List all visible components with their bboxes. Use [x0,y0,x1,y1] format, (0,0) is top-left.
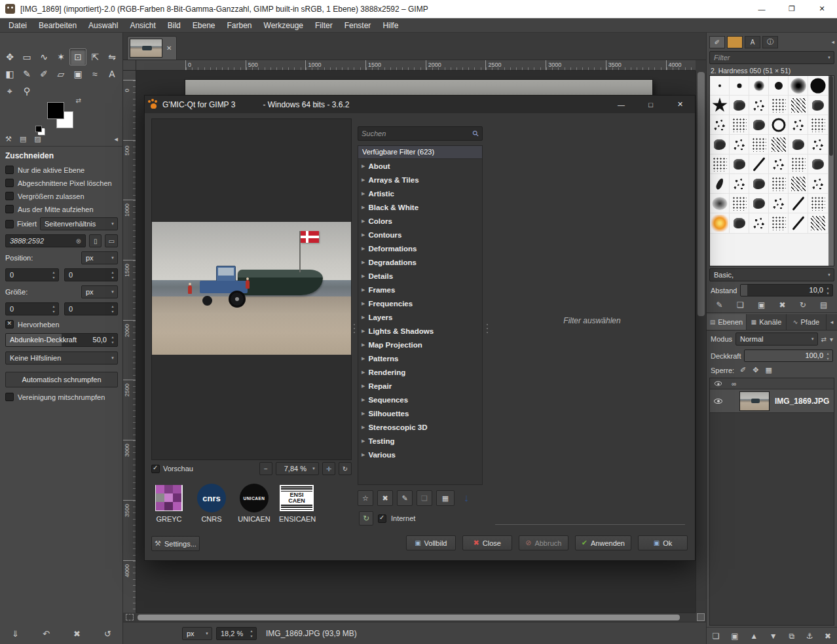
checkbox[interactable] [5,205,14,213]
horizontal-scrollbar[interactable] [136,613,696,622]
brush-thumbnail[interactable] [789,115,808,135]
delete-options-icon[interactable]: ✖ [73,629,81,639]
tool-options-tab-icon[interactable]: ⚒ [5,135,12,143]
brush-thumbnail[interactable] [749,213,769,233]
brush-thumbnail[interactable] [730,154,749,174]
ok-button[interactable]: ▣ Ok [638,535,688,550]
expand-arrow-icon[interactable]: ▶ [362,356,365,361]
filter-category-row[interactable]: ▶ Black & White [358,200,482,214]
size-width-spinner[interactable]: 0 [5,302,59,315]
brush-thumbnail[interactable] [730,213,749,233]
brush-scrollbar-thumb[interactable] [829,76,833,156]
expand-arrow-icon[interactable]: ▶ [362,397,365,402]
filter-category-row[interactable]: ▶ Colors [358,214,482,228]
brush-thumbnail[interactable] [769,76,789,96]
refresh-brushes-button[interactable]: ↻ [800,300,806,310]
brush-thumbnail[interactable] [808,174,828,194]
aspect-ratio-input[interactable]: 3888:2592 ⊗ [5,234,86,247]
filter-category-row[interactable]: ▶ Stereoscopic 3D [358,420,482,434]
clone-tool[interactable]: ▣ [69,65,86,82]
expand-arrow-icon[interactable]: ▶ [362,164,365,169]
dock-menu-icon[interactable]: ◂ [827,314,837,330]
internet-checkbox[interactable] [378,514,386,523]
edit-brush-button[interactable]: ✎ [716,300,723,310]
filter-category-row[interactable]: ▶ Silhouettes [358,406,482,420]
menu-item[interactable]: Auswahl [83,19,124,32]
brush-thumbnail[interactable] [710,213,730,233]
crop-option-row[interactable]: Nur die aktive Ebene [0,163,123,176]
brush-thumbnail[interactable] [749,96,769,115]
landscape-button[interactable]: ▭ [105,234,118,247]
expand-arrow-icon[interactable]: ▶ [362,274,365,279]
darken-opacity-slider[interactable]: Abdunkeln-Deckkraft 50,0 [5,333,118,347]
close-button[interactable]: ✖ Close [462,535,512,550]
brush-thumbnail[interactable] [749,174,769,194]
zoom-fit-button[interactable]: ✛ [322,462,335,475]
layer-thumbnail[interactable] [739,391,770,411]
fullscreen-button[interactable]: ▣ Vollbild [406,535,456,550]
duplicate-brush-button[interactable]: ▣ [758,300,765,310]
position-x-spinner[interactable]: 0 [5,268,59,281]
brush-thumbnail[interactable] [749,154,769,174]
brush-thumbnail[interactable] [710,135,730,154]
brush-thumbnail[interactable] [789,154,808,174]
preview-zoom-combo[interactable]: 7,84 % [276,462,319,475]
color-selector[interactable]: ⇄ [47,101,79,131]
delete-brush-button[interactable]: ✖ [779,300,785,310]
tab-pfade[interactable]: ∿ Pfade [787,314,827,330]
spin-arrows-icon[interactable] [109,270,116,280]
expand-arrow-icon[interactable]: ▶ [362,370,365,375]
open-brush-button[interactable]: ▤ [820,300,827,310]
preview-checkbox[interactable] [151,465,160,473]
images-tab-icon[interactable]: ▨ [34,135,41,143]
dock-menu-icon[interactable]: ◂ [114,135,118,143]
expand-arrow-icon[interactable]: ▶ [362,329,365,334]
restore-button[interactable]: ❐ [777,0,807,18]
crop-option-row[interactable]: Aus der Mitte aufziehen [0,202,123,215]
brush-thumbnail[interactable] [789,76,808,96]
checkbox[interactable] [5,192,14,200]
refresh-filters-button[interactable]: ↻ [359,511,373,526]
layer-row[interactable]: IMG_1869.JPG [710,389,834,413]
brush-thumbnail[interactable] [808,76,828,96]
brush-scrollbar[interactable] [828,76,834,266]
expand-arrow-icon[interactable]: ▶ [362,425,365,430]
update-filters-button[interactable]: ↓ [458,490,474,506]
filter-category-row[interactable]: ▶ Frames [358,283,482,296]
clear-icon[interactable]: ⊗ [76,238,81,245]
move-tool[interactable]: ✥ [1,48,18,65]
filter-category-row[interactable]: ▶ Rendering [358,365,482,379]
spin-arrows-icon[interactable] [50,270,57,280]
menu-item[interactable]: Farben [221,19,258,32]
highlight-row[interactable]: Hervorheben [0,317,123,331]
foreground-color-swatch[interactable] [47,102,64,119]
swap-colors-icon[interactable]: ⇄ [76,97,81,104]
brush-thumbnail[interactable] [789,135,808,154]
brush-thumbnail[interactable] [710,154,730,174]
brush-thumbnail[interactable] [769,174,789,194]
autoshrink-button[interactable]: Automatisch schrumpfen [5,372,118,387]
brush-thumbnail[interactable] [730,76,749,96]
cnrs-logo[interactable]: cnrs CNRS [194,484,229,523]
expand-arrow-icon[interactable]: ▶ [362,232,365,238]
add-fave-button[interactable]: ☆ [358,490,373,506]
expand-arrow-icon[interactable]: ▶ [362,342,365,348]
shrink-merged-row[interactable]: Vereinigung mitschrumpfen [0,390,123,403]
crop-option-row[interactable]: Abgeschnittene Pixel löschen [0,176,123,189]
expand-arrow-icon[interactable]: ▶ [362,315,365,320]
brush-thumbnail[interactable] [710,194,730,213]
quickmask-toggle[interactable] [126,614,134,620]
filter-category-row[interactable]: ▶ Contours [358,228,482,241]
fixed-checkbox[interactable] [5,220,14,228]
tab-close-icon[interactable]: ✕ [166,45,172,52]
brush-thumbnail[interactable] [710,76,730,96]
brush-thumbnail[interactable] [749,135,769,154]
minimize-button[interactable]: — [747,0,777,18]
anchor-layer-button[interactable]: ⚓ [806,632,813,641]
opacity-slider[interactable]: 100,0 [744,349,833,362]
expand-arrow-icon[interactable]: ▶ [362,246,365,251]
guides-dropdown[interactable]: Keine Hilfslinien [5,351,118,365]
menu-item[interactable]: Ebene [187,19,221,32]
unit-dropdown[interactable]: px [182,627,212,640]
unicaen-logo[interactable]: UNICAEN UNICAEN [236,484,272,523]
